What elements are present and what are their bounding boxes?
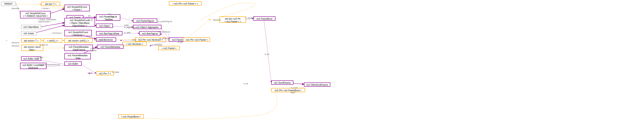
node-bytetaglistdata: ns3::ByteTagListData [96, 31, 122, 35]
node-ns3packetburst-arrow: < ns3::PacketBurst > [118, 114, 144, 119]
node-simplerefcount-packet: ns3::SimpleRefCount< Packet > [64, 5, 90, 11]
label-elements-2: elements [213, 19, 221, 21]
node-bytetaglist: ns3::ByteTagList [139, 31, 160, 35]
label-elements-3: elements [12, 42, 20, 44]
node-ns3ptr-packet-top: < ns3::Ptr< ns3::Packet > > [169, 1, 202, 5]
label-mptr-3: m_ptr [88, 72, 92, 74]
label-mdata-byte: m_data [124, 32, 130, 34]
node-stdlist-ptr: std::list< ns3::Ptr< ns3::Packet > > [220, 16, 246, 23]
node-packetmetadata: ns3::PacketMetadata [97, 45, 124, 49]
label-mtid: m_tid [88, 19, 93, 21]
label-mnext: m_next [108, 16, 114, 18]
svg-line-5 [40, 23, 64, 27]
label-buffer-magg: bufferm_aggregates [124, 24, 136, 28]
label-mptr-4: m_ptr [264, 53, 269, 55]
label-mptr-1: m_ptr [132, 39, 137, 41]
label-T: T [6, 40, 7, 42]
label-nixvector-t: < NixVector > [51, 32, 63, 34]
label-mptr-5: m_ptr [243, 83, 248, 85]
node-stdvector-uint32: std::vector< uint32_t > [64, 38, 93, 42]
node-objectbase: ns3::ObjectBase [21, 25, 41, 29]
node-packetmetadata-data: ns3::PacketMetadata::Data [64, 53, 91, 59]
label-tid: tid [88, 15, 90, 17]
label-elements-4: elements [12, 45, 20, 47]
svg-line-23 [292, 83, 304, 84]
node-ptr-ns3packet: ns3::Ptr< ns3::Packet > [184, 37, 210, 42]
svg-line-22 [264, 19, 271, 82]
node-object-aggregates: ns3::Object::Aggregates [133, 25, 162, 29]
svg-line-10 [119, 17, 133, 21]
label-mpackettaglist: m_packetTagList [158, 20, 172, 22]
node-ns3packet-arrow: < ns3::Packet > [158, 46, 180, 50]
label-mburst: m_burst [291, 87, 298, 89]
node-empty: ns3::empty [21, 31, 36, 35]
node-ptr-T: ns3::Ptr< T > [96, 71, 114, 75]
svg-line-19 [186, 20, 209, 40]
label-burst: burst [291, 92, 295, 94]
node-PARENT: PARENT [1, 2, 16, 6]
label-obj-objectbase: < Object, ObjectBase,ObjectDeleter > [38, 18, 56, 23]
label-packet: < Packet > [41, 7, 50, 9]
label-mnixvector-1: m_nixVector [94, 39, 105, 41]
label-mdata-buf: m_data [37, 56, 43, 59]
node-simplerefcount-nix: ns3::SimpleRefCount< NixVector > [64, 30, 92, 36]
label-mbuffer: m_buffer [112, 71, 119, 73]
label-next: next [108, 13, 111, 15]
node-uint32: < uint32_t > [43, 38, 62, 42]
node-packetburst: ns3::PacketBurst [253, 16, 276, 21]
label-gfreelist: g_freeList [40, 44, 48, 46]
node-nixvector-arrow: < ns3::NixVector > [122, 42, 147, 46]
label-mbytetaglist: m_byteTagList [158, 31, 170, 33]
label-elements-1: elements [12, 7, 20, 9]
label-mpackets: m_packets [246, 17, 255, 19]
diagram-container: PARENT std::list< T > ns3::SimpleRefCoun… [0, 0, 644, 132]
node-stdvector-T: std::vector< T > [21, 38, 41, 42]
label-mptr-2: m_ptr [178, 41, 183, 43]
node-ptr-packetburst: ns3::Ptr< ns3::PacketBurst > [271, 88, 305, 92]
label-glocalstatic: g_localStaticDestructor [40, 64, 60, 66]
svg-line-3 [50, 9, 64, 14]
svg-line-1 [60, 4, 64, 7]
svg-line-33 [156, 21, 169, 39]
node-object: ns3::Object [96, 23, 113, 28]
node-packetmetadata-dfl: ns3::PacketMetadata::DataFreeList [64, 45, 93, 51]
node-stdlist: std::list< T > [41, 2, 60, 6]
node-ofdmsendsparams: ns3::OfdmSendParams [304, 83, 330, 87]
node-packettag-list: ns3::PacketTagList [133, 18, 157, 23]
node-buffer: ns3::Buffer [64, 61, 82, 66]
node-sendparams: ns3::SendParams [271, 80, 294, 85]
node-simplerefcount-parent: ns3::SimpleRefCount< T, PARENT, DELETER … [20, 11, 51, 18]
label-mmetadata: m_metadata [152, 44, 162, 46]
label-mfreelist: m_freeListm_data [90, 47, 99, 52]
label-mnixvector-2: m_nixVector [160, 37, 170, 40]
